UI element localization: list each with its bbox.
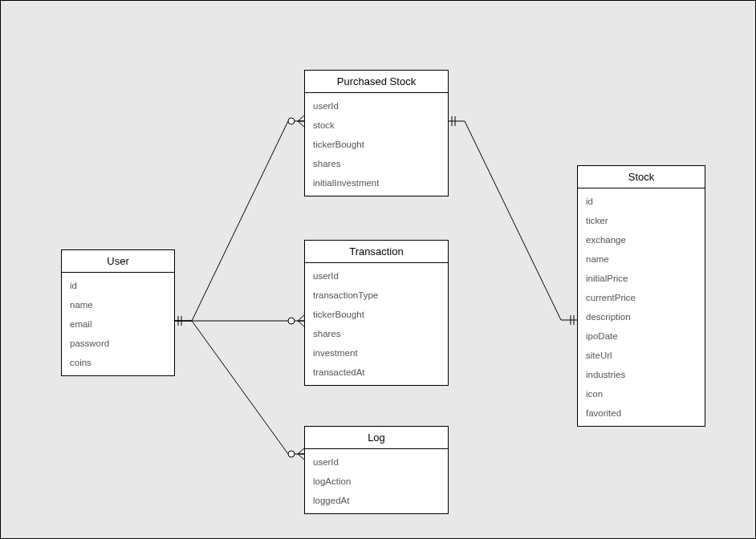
attr: initialInvestment [305, 173, 448, 192]
attr: stock [305, 116, 448, 135]
attr: ticker [578, 211, 705, 230]
attr: transactionType [305, 286, 448, 305]
svg-line-4 [298, 121, 304, 127]
entity-user-title: User [62, 250, 174, 273]
attr: industries [578, 365, 705, 384]
attr: userId [305, 452, 448, 472]
svg-point-2 [288, 118, 295, 124]
entity-purchased-stock: Purchased Stock userId stock tickerBough… [304, 70, 449, 197]
entity-purchased-stock-title: Purchased Stock [305, 71, 448, 93]
svg-line-3 [298, 116, 304, 121]
entity-user-body: id name email password coins [62, 273, 174, 375]
svg-line-11 [298, 448, 304, 454]
attr: userId [305, 266, 448, 286]
svg-line-12 [298, 454, 304, 460]
attr: exchange [578, 230, 705, 249]
entity-stock: Stock id ticker exchange name initialPri… [577, 165, 705, 427]
entity-stock-body: id ticker exchange name initialPrice cur… [578, 188, 705, 426]
entity-log: Log userId logAction loggedAt [304, 426, 449, 514]
attr: tickerBought [305, 135, 448, 154]
entity-transaction-body: userId transactionType tickerBought shar… [305, 263, 448, 385]
entity-stock-title: Stock [578, 166, 705, 188]
attr: loggedAt [305, 491, 448, 510]
entity-user: User id name email password coins [61, 249, 175, 376]
entity-log-title: Log [305, 427, 448, 449]
attr: tickerBought [305, 305, 448, 324]
attr: icon [578, 384, 705, 403]
attr: email [62, 314, 174, 334]
attr: logAction [305, 472, 448, 491]
attr: ipoDate [578, 326, 705, 346]
attr: coins [62, 353, 174, 372]
svg-line-7 [298, 315, 304, 321]
entity-purchased-stock-body: userId stock tickerBought shares initial… [305, 93, 448, 196]
attr: userId [305, 96, 448, 116]
entity-transaction-title: Transaction [305, 241, 448, 263]
attr: id [62, 276, 174, 295]
attr: siteUrl [578, 346, 705, 365]
attr: favorited [578, 403, 705, 423]
attr: currentPrice [578, 288, 705, 307]
attr: shares [305, 324, 448, 343]
attr: investment [305, 343, 448, 363]
attr: name [62, 295, 174, 314]
entity-transaction: Transaction userId transactionType ticke… [304, 240, 449, 386]
attr: initialPrice [578, 269, 705, 288]
svg-point-10 [288, 451, 295, 457]
attr: description [578, 307, 705, 326]
attr: shares [305, 154, 448, 173]
svg-line-8 [298, 321, 304, 326]
attr: id [578, 192, 705, 211]
entity-log-body: userId logAction loggedAt [305, 449, 448, 513]
svg-point-6 [288, 318, 295, 324]
attr: name [578, 249, 705, 269]
attr: transactedAt [305, 363, 448, 382]
attr: password [62, 334, 174, 353]
